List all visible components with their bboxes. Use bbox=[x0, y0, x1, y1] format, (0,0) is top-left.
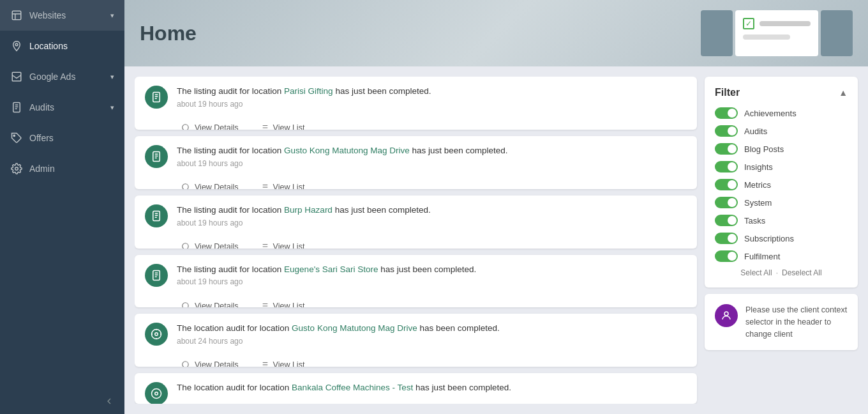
svg-point-27 bbox=[183, 184, 188, 189]
feed-time: about 19 hours ago bbox=[177, 277, 687, 286]
filter-label: Subscriptions bbox=[744, 234, 794, 243]
page-header: Home ✓ bbox=[124, 0, 868, 66]
feed-main-text: The listing audit for location Gusto Kon… bbox=[177, 145, 687, 157]
filter-label: Fulfilment bbox=[744, 252, 780, 261]
feed-main-text: The listing audit for location Burp Haza… bbox=[177, 204, 687, 217]
sidebar-item-google-ads[interactable]: Google Ads ▾ bbox=[0, 61, 124, 92]
feed-card-top: The listing audit for location Burp Haza… bbox=[135, 195, 697, 234]
widget-line bbox=[760, 21, 811, 26]
filter-collapse-button[interactable]: ▲ bbox=[839, 88, 848, 98]
feed-link[interactable]: Parisi Gifting bbox=[284, 86, 333, 96]
feed-text: The listing audit for location Burp Haza… bbox=[177, 204, 687, 227]
filter-item-insights: Insights bbox=[715, 161, 848, 172]
feed-audit-icon bbox=[145, 264, 168, 287]
feed-link[interactable]: Burp Hazard bbox=[284, 205, 333, 215]
feed-link[interactable]: Gusto Kong Matutong Mag Drive bbox=[292, 323, 417, 333]
view-details-button[interactable]: View Details bbox=[177, 180, 243, 189]
filter-label: Audits bbox=[744, 126, 767, 136]
feed-actions: View Details View List bbox=[135, 234, 697, 249]
feed-main-text: The listing audit for location Eugene's … bbox=[177, 264, 687, 276]
view-list-button[interactable]: View List bbox=[255, 357, 309, 367]
sidebar-item-label: Websites bbox=[29, 10, 66, 20]
sidebar-item-admin[interactable]: Admin bbox=[0, 153, 124, 184]
feed-location-icon bbox=[145, 323, 168, 346]
feed-card: The listing audit for location Parisi Gi… bbox=[135, 77, 697, 130]
tasks-toggle[interactable] bbox=[715, 215, 738, 226]
sidebar-item-label: Google Ads bbox=[29, 72, 75, 82]
feed-audit-icon bbox=[145, 204, 168, 227]
chevron-down-icon: ▾ bbox=[110, 12, 114, 20]
filter-item-audits: Audits bbox=[715, 125, 848, 137]
filter-item-fulfilment: Fulfilment bbox=[715, 250, 848, 262]
svg-point-15 bbox=[183, 125, 188, 130]
select-all-link[interactable]: Select All bbox=[740, 268, 772, 277]
feed-time: about 19 hours ago bbox=[177, 100, 687, 109]
sidebar-item-locations[interactable]: Locations bbox=[0, 31, 124, 61]
avatar bbox=[715, 304, 738, 327]
view-details-button[interactable]: View Details bbox=[177, 120, 243, 130]
feed-audit-icon bbox=[145, 145, 168, 168]
feed-time: about 19 hours ago bbox=[177, 218, 687, 227]
widget-line2 bbox=[743, 34, 790, 40]
insights-toggle[interactable] bbox=[715, 161, 738, 172]
fulfilment-toggle[interactable] bbox=[715, 250, 738, 262]
feed-actions: View Details View List bbox=[135, 352, 697, 367]
system-toggle[interactable] bbox=[715, 197, 738, 208]
header-widget: ✓ bbox=[701, 10, 853, 56]
view-list-button[interactable]: View List bbox=[255, 120, 309, 130]
svg-rect-0 bbox=[12, 11, 21, 20]
deselect-all-link[interactable]: Deselect All bbox=[782, 268, 822, 277]
filter-header: Filter ▲ bbox=[715, 87, 848, 98]
page-title: Home bbox=[140, 22, 197, 45]
list-icon bbox=[259, 241, 269, 249]
subscriptions-toggle[interactable] bbox=[715, 233, 738, 244]
sidebar-item-offers[interactable]: Offers bbox=[0, 123, 124, 153]
chevron-down-icon: ▾ bbox=[110, 103, 114, 112]
metrics-toggle[interactable] bbox=[715, 179, 738, 190]
audits-toggle[interactable] bbox=[715, 125, 738, 137]
blog-posts-toggle[interactable] bbox=[715, 143, 738, 155]
feed-main-text: The location audit for location Bankala … bbox=[177, 382, 687, 394]
view-details-button[interactable]: View Details bbox=[177, 239, 243, 249]
feed-actions: View Details View List bbox=[135, 174, 697, 189]
svg-point-73 bbox=[152, 389, 161, 399]
context-card: Please use the client context selector i… bbox=[705, 294, 858, 350]
sidebar-collapse-button[interactable] bbox=[0, 388, 124, 414]
feed-actions: View Details View List bbox=[135, 115, 697, 130]
filter-label: Metrics bbox=[744, 180, 771, 190]
feed-card-top: The listing audit for location Parisi Gi… bbox=[135, 77, 697, 115]
feed-text: The listing audit for location Parisi Gi… bbox=[177, 86, 687, 109]
feed-time: about 24 hours ago bbox=[177, 337, 687, 346]
sidebar-item-websites[interactable]: Websites ▾ bbox=[0, 0, 124, 31]
feed-text: The location audit for location Bankala … bbox=[177, 382, 687, 394]
filter-label: System bbox=[744, 198, 772, 208]
view-list-button[interactable]: View List bbox=[255, 180, 309, 189]
feed-card: The listing audit for location Eugene's … bbox=[135, 255, 697, 308]
svg-point-9 bbox=[13, 135, 15, 136]
widget-box-right bbox=[821, 10, 853, 56]
feed-audit-icon bbox=[145, 86, 168, 109]
svg-point-75 bbox=[724, 312, 728, 316]
sidebar-item-label: Locations bbox=[29, 41, 68, 51]
view-list-button[interactable]: View List bbox=[255, 239, 309, 249]
view-details-button[interactable]: View Details bbox=[177, 357, 243, 367]
sidebar-item-label: Offers bbox=[29, 133, 54, 143]
filter-title: Filter bbox=[715, 87, 740, 98]
feed-time: about 19 hours ago bbox=[177, 159, 687, 168]
feed-card: The listing audit for location Burp Haza… bbox=[135, 195, 697, 249]
feed-link[interactable]: Eugene's Sari Sari Store bbox=[284, 264, 378, 274]
svg-point-39 bbox=[183, 243, 188, 248]
feed-link[interactable]: Gusto Kong Matutong Mag Drive bbox=[284, 146, 410, 155]
filter-item-system: System bbox=[715, 197, 848, 208]
svg-point-65 bbox=[183, 362, 188, 367]
view-list-button[interactable]: View List bbox=[255, 298, 309, 308]
list-icon bbox=[259, 301, 269, 308]
view-details-button[interactable]: View Details bbox=[177, 298, 243, 308]
sidebar-item-audits[interactable]: Audits ▾ bbox=[0, 92, 124, 123]
feed-link[interactable]: Bankala Coffee Machines - Test bbox=[292, 383, 413, 392]
filter-label: Achievements bbox=[744, 109, 797, 118]
search-icon bbox=[181, 123, 191, 130]
filter-footer: Select All · Deselect All bbox=[715, 268, 848, 277]
filter-label: Tasks bbox=[744, 216, 765, 226]
achievements-toggle[interactable] bbox=[715, 107, 738, 119]
